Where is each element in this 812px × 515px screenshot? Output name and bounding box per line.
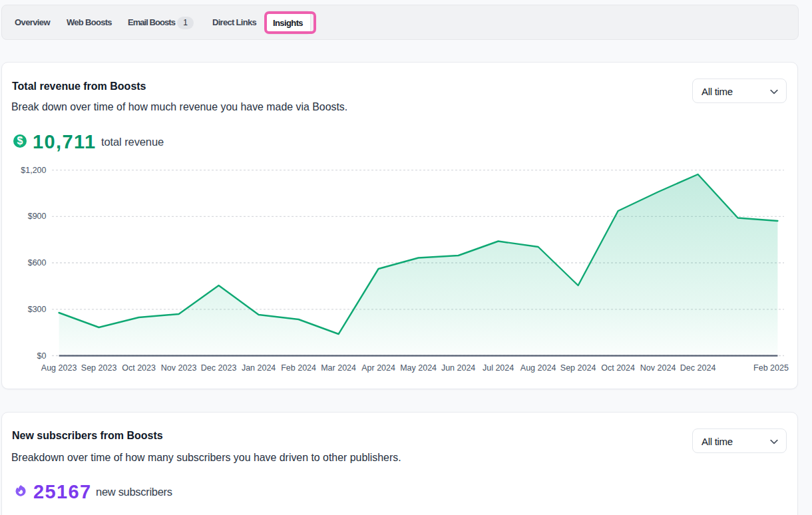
svg-text:May 2024: May 2024: [400, 363, 437, 373]
svg-text:$300: $300: [28, 305, 47, 314]
svg-text:Nov 2024: Nov 2024: [640, 363, 676, 373]
svg-text:Sep 2023: Sep 2023: [81, 363, 117, 373]
svg-text:Feb 2025: Feb 2025: [753, 363, 789, 373]
svg-text:Nov 2023: Nov 2023: [161, 363, 197, 373]
svg-text:Mar 2024: Mar 2024: [321, 363, 356, 373]
svg-text:Feb 2024: Feb 2024: [281, 363, 316, 373]
svg-text:$900: $900: [28, 212, 47, 221]
svg-text:Apr 2024: Apr 2024: [361, 363, 395, 373]
svg-text:Oct 2024: Oct 2024: [601, 363, 635, 373]
svg-text:$1,200: $1,200: [21, 166, 46, 175]
svg-text:$0: $0: [37, 351, 47, 361]
svg-text:Jul 2024: Jul 2024: [483, 363, 514, 373]
svg-text:Oct 2023: Oct 2023: [122, 363, 156, 373]
svg-text:Aug 2024: Aug 2024: [520, 363, 556, 373]
svg-text:Dec 2024: Dec 2024: [680, 363, 716, 373]
svg-text:Aug 2023: Aug 2023: [41, 363, 77, 373]
svg-text:Sep 2024: Sep 2024: [560, 363, 596, 373]
svg-text:Dec 2023: Dec 2023: [201, 363, 237, 373]
svg-text:Jun 2024: Jun 2024: [441, 363, 475, 373]
svg-text:$600: $600: [28, 258, 47, 267]
svg-text:Jan 2024: Jan 2024: [242, 363, 276, 373]
